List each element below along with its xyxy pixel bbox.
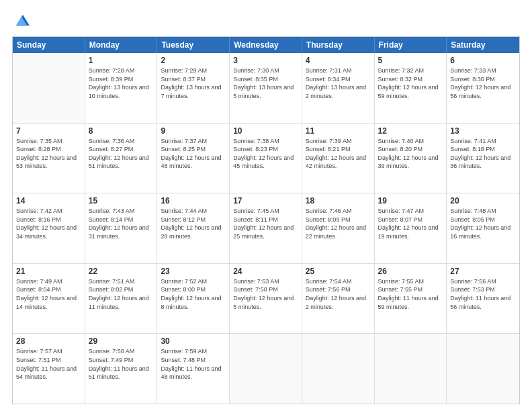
calendar-cell [230, 334, 302, 404]
logo-icon [13, 12, 32, 30]
day-info: Sunrise: 7:38 AM Sunset: 8:23 PM Dayligh… [233, 137, 298, 171]
day-number: 5 [378, 56, 443, 65]
day-info: Sunrise: 7:29 AM Sunset: 8:37 PM Dayligh… [161, 66, 226, 100]
day-number: 23 [161, 267, 226, 276]
day-info: Sunrise: 7:33 AM Sunset: 8:30 PM Dayligh… [450, 66, 516, 100]
calendar-cell: 10Sunrise: 7:38 AM Sunset: 8:23 PM Dayli… [230, 124, 302, 193]
calendar-cell: 15Sunrise: 7:43 AM Sunset: 8:14 PM Dayli… [85, 193, 158, 263]
day-number: 25 [306, 267, 371, 276]
calendar-cell: 23Sunrise: 7:52 AM Sunset: 8:00 PM Dayli… [157, 264, 230, 334]
calendar-header: SundayMondayTuesdayWednesdayThursdayFrid… [13, 37, 519, 53]
day-number: 18 [306, 196, 371, 205]
calendar-cell [447, 334, 519, 404]
day-number: 20 [450, 196, 516, 205]
day-number: 22 [89, 267, 154, 276]
day-number: 12 [378, 126, 443, 136]
calendar-body: 1Sunrise: 7:28 AM Sunset: 8:39 PM Daylig… [13, 53, 519, 404]
calendar-cell: 29Sunrise: 7:58 AM Sunset: 7:49 PM Dayli… [85, 334, 158, 404]
calendar-cell: 5Sunrise: 7:32 AM Sunset: 8:32 PM Daylig… [375, 53, 447, 123]
calendar-cell: 17Sunrise: 7:45 AM Sunset: 8:11 PM Dayli… [230, 193, 302, 263]
day-info: Sunrise: 7:49 AM Sunset: 8:04 PM Dayligh… [16, 277, 81, 311]
page: SundayMondayTuesdayWednesdayThursdayFrid… [0, 0, 532, 411]
calendar-row-4: 28Sunrise: 7:57 AM Sunset: 7:51 PM Dayli… [13, 334, 519, 404]
day-info: Sunrise: 7:48 AM Sunset: 8:05 PM Dayligh… [450, 207, 516, 240]
calendar-cell: 9Sunrise: 7:37 AM Sunset: 8:25 PM Daylig… [157, 124, 230, 193]
day-number: 13 [450, 126, 516, 136]
weekday-header-saturday: Saturday [447, 37, 519, 53]
day-info: Sunrise: 7:54 AM Sunset: 7:56 PM Dayligh… [306, 277, 371, 311]
day-info: Sunrise: 7:36 AM Sunset: 8:27 PM Dayligh… [89, 137, 154, 171]
calendar-cell: 11Sunrise: 7:39 AM Sunset: 8:21 PM Dayli… [302, 124, 375, 193]
calendar-cell: 7Sunrise: 7:35 AM Sunset: 8:28 PM Daylig… [13, 124, 85, 193]
calendar-cell [375, 334, 447, 404]
calendar-cell: 26Sunrise: 7:55 AM Sunset: 7:55 PM Dayli… [375, 264, 447, 334]
calendar-row-1: 7Sunrise: 7:35 AM Sunset: 8:28 PM Daylig… [13, 124, 519, 194]
weekday-header-sunday: Sunday [13, 37, 85, 53]
day-number: 29 [89, 336, 154, 346]
day-number: 17 [233, 196, 298, 205]
day-info: Sunrise: 7:37 AM Sunset: 8:25 PM Dayligh… [161, 137, 226, 171]
weekday-header-monday: Monday [85, 37, 158, 53]
day-number: 14 [16, 196, 81, 205]
calendar-cell: 18Sunrise: 7:46 AM Sunset: 8:09 PM Dayli… [302, 193, 375, 263]
day-number: 11 [306, 126, 371, 136]
day-info: Sunrise: 7:55 AM Sunset: 7:55 PM Dayligh… [378, 277, 443, 311]
day-number: 21 [16, 267, 81, 276]
day-info: Sunrise: 7:32 AM Sunset: 8:32 PM Dayligh… [378, 66, 443, 100]
day-info: Sunrise: 7:53 AM Sunset: 7:58 PM Dayligh… [233, 277, 298, 311]
day-number: 6 [450, 56, 516, 65]
day-number: 1 [89, 56, 154, 65]
weekday-header-friday: Friday [375, 37, 447, 53]
day-info: Sunrise: 7:42 AM Sunset: 8:16 PM Dayligh… [16, 207, 81, 240]
day-info: Sunrise: 7:43 AM Sunset: 8:14 PM Dayligh… [89, 207, 154, 240]
calendar-cell [302, 334, 375, 404]
day-info: Sunrise: 7:58 AM Sunset: 7:49 PM Dayligh… [89, 347, 154, 381]
calendar-cell: 21Sunrise: 7:49 AM Sunset: 8:04 PM Dayli… [13, 264, 85, 334]
calendar-cell: 14Sunrise: 7:42 AM Sunset: 8:16 PM Dayli… [13, 193, 85, 263]
day-number: 30 [161, 336, 226, 346]
calendar-cell: 25Sunrise: 7:54 AM Sunset: 7:56 PM Dayli… [302, 264, 375, 334]
day-number: 3 [233, 56, 298, 65]
day-info: Sunrise: 7:46 AM Sunset: 8:09 PM Dayligh… [306, 207, 371, 240]
calendar-row-3: 21Sunrise: 7:49 AM Sunset: 8:04 PM Dayli… [13, 264, 519, 334]
weekday-header-tuesday: Tuesday [157, 37, 230, 53]
calendar-cell: 1Sunrise: 7:28 AM Sunset: 8:39 PM Daylig… [85, 53, 158, 123]
day-info: Sunrise: 7:47 AM Sunset: 8:07 PM Dayligh… [378, 207, 443, 240]
day-info: Sunrise: 7:45 AM Sunset: 8:11 PM Dayligh… [233, 207, 298, 240]
day-number: 8 [89, 126, 154, 136]
calendar-cell: 8Sunrise: 7:36 AM Sunset: 8:27 PM Daylig… [85, 124, 158, 193]
day-info: Sunrise: 7:35 AM Sunset: 8:28 PM Dayligh… [16, 137, 81, 171]
day-info: Sunrise: 7:52 AM Sunset: 8:00 PM Dayligh… [161, 277, 226, 311]
weekday-header-wednesday: Wednesday [230, 37, 302, 53]
calendar-cell: 3Sunrise: 7:30 AM Sunset: 8:35 PM Daylig… [230, 53, 302, 123]
day-number: 2 [161, 56, 226, 65]
calendar: SundayMondayTuesdayWednesdayThursdayFrid… [12, 36, 520, 404]
calendar-cell: 12Sunrise: 7:40 AM Sunset: 8:20 PM Dayli… [375, 124, 447, 193]
day-info: Sunrise: 7:41 AM Sunset: 8:18 PM Dayligh… [450, 137, 516, 171]
calendar-cell: 28Sunrise: 7:57 AM Sunset: 7:51 PM Dayli… [13, 334, 85, 404]
calendar-cell [13, 53, 85, 123]
day-number: 28 [16, 336, 81, 346]
day-info: Sunrise: 7:44 AM Sunset: 8:12 PM Dayligh… [161, 207, 226, 240]
day-info: Sunrise: 7:59 AM Sunset: 7:48 PM Dayligh… [161, 347, 226, 381]
calendar-cell: 30Sunrise: 7:59 AM Sunset: 7:48 PM Dayli… [157, 334, 230, 404]
day-number: 4 [306, 56, 371, 65]
day-number: 27 [450, 267, 516, 276]
calendar-cell: 27Sunrise: 7:56 AM Sunset: 7:53 PM Dayli… [447, 264, 519, 334]
calendar-cell: 16Sunrise: 7:44 AM Sunset: 8:12 PM Dayli… [157, 193, 230, 263]
calendar-cell: 2Sunrise: 7:29 AM Sunset: 8:37 PM Daylig… [157, 53, 230, 123]
calendar-cell: 22Sunrise: 7:51 AM Sunset: 8:02 PM Dayli… [85, 264, 158, 334]
calendar-row-0: 1Sunrise: 7:28 AM Sunset: 8:39 PM Daylig… [13, 53, 519, 124]
day-info: Sunrise: 7:39 AM Sunset: 8:21 PM Dayligh… [306, 137, 371, 171]
logo-text [12, 12, 32, 30]
day-number: 7 [16, 126, 81, 136]
calendar-row-2: 14Sunrise: 7:42 AM Sunset: 8:16 PM Dayli… [13, 193, 519, 264]
day-info: Sunrise: 7:51 AM Sunset: 8:02 PM Dayligh… [89, 277, 154, 311]
day-info: Sunrise: 7:30 AM Sunset: 8:35 PM Dayligh… [233, 66, 298, 100]
day-info: Sunrise: 7:56 AM Sunset: 7:53 PM Dayligh… [450, 277, 516, 311]
header [12, 12, 520, 30]
day-info: Sunrise: 7:28 AM Sunset: 8:39 PM Dayligh… [89, 66, 154, 100]
day-info: Sunrise: 7:57 AM Sunset: 7:51 PM Dayligh… [16, 347, 81, 381]
day-number: 26 [378, 267, 443, 276]
day-number: 15 [89, 196, 154, 205]
